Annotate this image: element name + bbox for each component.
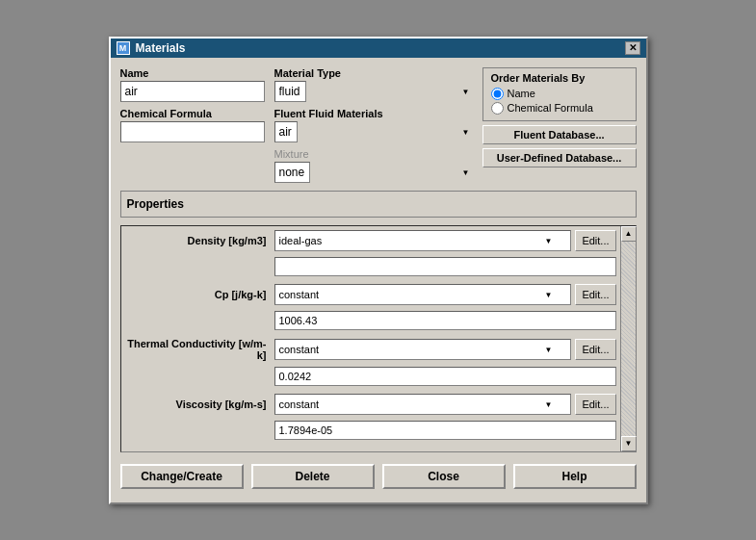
fluent-fluid-label: Fluent Fluid Materials bbox=[274, 108, 473, 119]
mixture-dropdown[interactable]: none bbox=[274, 162, 310, 183]
properties-scroll-area: Density [kg/m3] ideal-gas Edit... bbox=[120, 225, 637, 452]
density-label: Density [kg/m3] bbox=[125, 235, 274, 246]
density-row: Density [kg/m3] ideal-gas Edit... bbox=[121, 230, 620, 251]
density-edit-button[interactable]: Edit... bbox=[575, 230, 615, 251]
scroll-thumb[interactable] bbox=[621, 242, 636, 436]
thermal-conductivity-label: Thermal Conductivity [w/m-k] bbox=[125, 338, 274, 361]
fluent-fluid-dropdown-container: air bbox=[274, 121, 473, 142]
fluent-fluid-group: Fluent Fluid Materials air bbox=[274, 108, 473, 142]
order-by-formula-label: Chemical Formula bbox=[508, 102, 593, 114]
dialog-body: Name Chemical Formula Material Type flui… bbox=[111, 58, 646, 502]
order-by-name-row: Name bbox=[491, 88, 628, 100]
viscosity-edit-button[interactable]: Edit... bbox=[575, 394, 615, 415]
order-by-formula-radio[interactable] bbox=[491, 102, 504, 115]
order-by-name-radio[interactable] bbox=[491, 88, 504, 100]
delete-button[interactable]: Delete bbox=[251, 464, 375, 489]
materials-dialog: M Materials ✕ Name Chemical Formula bbox=[109, 37, 648, 504]
cp-dropdown[interactable]: constant bbox=[274, 284, 572, 305]
density-control-row: ideal-gas Edit... bbox=[274, 230, 616, 251]
chemical-formula-label: Chemical Formula bbox=[120, 108, 265, 119]
order-materials-group: Order Materials By Name Chemical Formula bbox=[482, 67, 637, 121]
viscosity-value-row bbox=[121, 421, 620, 440]
cp-edit-button[interactable]: Edit... bbox=[575, 284, 615, 305]
close-button[interactable]: ✕ bbox=[625, 41, 640, 55]
title-bar: M Materials ✕ bbox=[111, 39, 646, 58]
thermal-value-row bbox=[121, 367, 620, 386]
chemical-formula-input[interactable] bbox=[120, 121, 265, 142]
viscosity-label: Viscosity [kg/m-s] bbox=[125, 399, 274, 410]
properties-content: Density [kg/m3] ideal-gas Edit... bbox=[121, 226, 620, 451]
cp-dropdown-container: constant bbox=[274, 284, 572, 305]
viscosity-dropdown[interactable]: constant bbox=[274, 394, 572, 415]
viscosity-row: Viscosity [kg/m-s] constant Edit... bbox=[121, 394, 620, 415]
top-middle-fields: Material Type fluid Fluent Fluid Materia… bbox=[274, 67, 473, 183]
order-by-name-label: Name bbox=[508, 88, 535, 99]
material-type-dropdown[interactable]: fluid bbox=[274, 81, 306, 102]
thermal-dropdown-container: constant bbox=[274, 339, 572, 360]
help-button[interactable]: Help bbox=[513, 464, 637, 489]
thermal-conductivity-row: Thermal Conductivity [w/m-k] constant Ed… bbox=[121, 338, 620, 361]
chemical-formula-group: Chemical Formula bbox=[120, 108, 265, 142]
viscosity-value-input[interactable] bbox=[274, 421, 616, 440]
thermal-control-row: constant Edit... bbox=[274, 339, 616, 360]
scroll-down-button[interactable]: ▼ bbox=[621, 436, 637, 451]
top-right-panel: Order Materials By Name Chemical Formula… bbox=[482, 67, 637, 183]
bottom-buttons: Change/Create Delete Close Help bbox=[120, 460, 637, 493]
density-value-row bbox=[121, 257, 620, 276]
order-materials-title: Order Materials By bbox=[491, 72, 628, 84]
properties-scrollbar: ▲ ▼ bbox=[620, 226, 636, 451]
order-by-formula-row: Chemical Formula bbox=[491, 102, 628, 115]
change-create-button[interactable]: Change/Create bbox=[120, 464, 244, 489]
mixture-group: Mixture none bbox=[274, 148, 473, 183]
material-type-group: Material Type fluid bbox=[274, 67, 473, 102]
density-dropdown[interactable]: ideal-gas bbox=[274, 230, 572, 251]
viscosity-dropdown-container: constant bbox=[274, 394, 572, 415]
properties-section: Properties bbox=[120, 191, 637, 218]
name-label: Name bbox=[120, 67, 265, 79]
fluent-fluid-dropdown[interactable]: air bbox=[274, 121, 298, 142]
scroll-up-button[interactable]: ▲ bbox=[621, 226, 637, 242]
name-input[interactable] bbox=[120, 81, 265, 102]
mixture-dropdown-container: none bbox=[274, 162, 473, 183]
properties-title: Properties bbox=[127, 197, 630, 211]
cp-control-row: constant Edit... bbox=[274, 284, 616, 305]
user-defined-database-button[interactable]: User-Defined Database... bbox=[482, 148, 637, 167]
viscosity-control-row: constant Edit... bbox=[274, 394, 616, 415]
top-section: Name Chemical Formula Material Type flui… bbox=[120, 67, 637, 183]
mixture-label: Mixture bbox=[274, 148, 473, 160]
cp-label: Cp [j/kg-k] bbox=[125, 289, 274, 300]
thermal-edit-button[interactable]: Edit... bbox=[575, 339, 615, 360]
top-left-fields: Name Chemical Formula bbox=[120, 67, 265, 183]
dialog-icon: M bbox=[117, 41, 130, 55]
thermal-dropdown[interactable]: constant bbox=[274, 339, 572, 360]
close-button-bottom[interactable]: Close bbox=[382, 464, 506, 489]
density-value-input[interactable] bbox=[274, 257, 616, 276]
density-dropdown-container: ideal-gas bbox=[274, 230, 572, 251]
material-type-dropdown-container: fluid bbox=[274, 81, 473, 102]
name-field-group: Name bbox=[120, 67, 265, 102]
fluent-database-button[interactable]: Fluent Database... bbox=[482, 125, 637, 144]
cp-value-input[interactable] bbox=[274, 311, 616, 330]
dialog-title: Materials bbox=[136, 41, 186, 55]
cp-value-row bbox=[121, 311, 620, 330]
cp-row: Cp [j/kg-k] constant Edit... bbox=[121, 284, 620, 305]
thermal-value-input[interactable] bbox=[274, 367, 616, 386]
material-type-label: Material Type bbox=[274, 67, 473, 79]
